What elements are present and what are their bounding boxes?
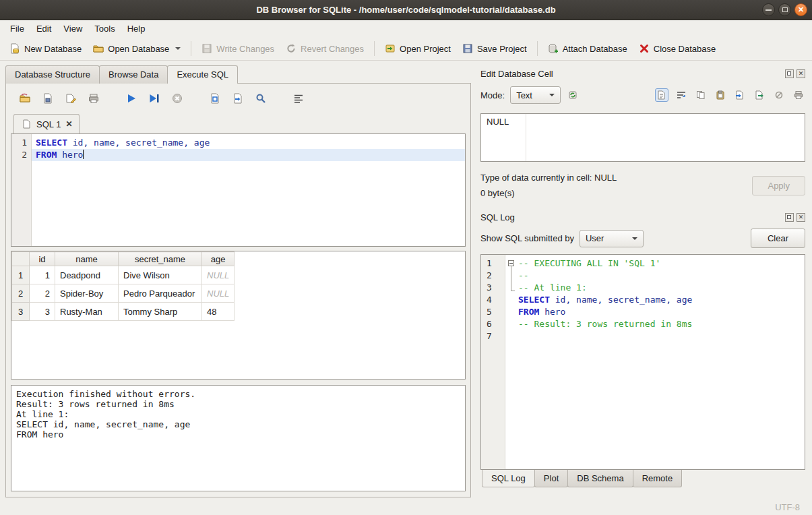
cell-secret-name[interactable]: Dive Wilson — [119, 266, 202, 284]
dock-tab-bar: SQL Log Plot DB Schema Remote — [480, 470, 805, 487]
print-sql-button[interactable] — [86, 91, 101, 106]
export-cell-data-icon[interactable] — [753, 88, 766, 102]
edit-cell-dock-controls: ✕ — [785, 69, 805, 78]
tab-database-structure[interactable]: Database Structure — [5, 65, 100, 84]
open-sql-file-button[interactable] — [18, 91, 32, 106]
set-null-icon[interactable] — [772, 88, 786, 102]
sql-log-title: SQL Log — [480, 212, 785, 222]
auto-switch-mode-button[interactable] — [566, 88, 580, 102]
cell-id[interactable]: 1 — [30, 266, 55, 284]
column-header-name[interactable]: name — [55, 252, 119, 266]
save-project-button[interactable]: Save Project — [457, 40, 532, 57]
column-header-secret-name[interactable]: secret_name — [119, 252, 202, 266]
column-header-id[interactable]: id — [30, 252, 55, 266]
sql-log-view[interactable]: 1 2 3 4 5 6 7 -- EXECUTING ALL IN 'SQL 1… — [480, 254, 805, 470]
cell-type-info: Type of data currently in cell: NULL — [480, 170, 752, 185]
cell-age[interactable]: NULL — [202, 266, 235, 284]
close-database-button[interactable]: Close Database — [633, 40, 722, 57]
minimize-button[interactable] — [762, 3, 775, 16]
menu-edit[interactable]: Edit — [30, 21, 57, 36]
fold-guide-elbow — [511, 291, 515, 291]
menu-file[interactable]: File — [4, 21, 30, 36]
text-mode-icon[interactable] — [655, 88, 668, 102]
open-database-button[interactable]: Open Database — [88, 40, 186, 57]
find-replace-button[interactable] — [253, 91, 268, 106]
execute-current-line-button[interactable] — [147, 91, 162, 106]
word-wrap-icon[interactable] — [675, 88, 688, 102]
close-database-label: Close Database — [654, 44, 716, 54]
dock-tab-sql-log[interactable]: SQL Log — [482, 470, 535, 487]
sql-editor-text[interactable]: SELECT id, name, secret_name, age FROM h… — [32, 134, 465, 246]
edit-cell-toolbar: Mode: Text — [480, 86, 805, 104]
attach-database-button[interactable]: Attach Database — [542, 40, 633, 57]
window-title: DB Browser for SQLite - /home/user/code/… — [0, 5, 812, 15]
copy-cell-icon[interactable] — [694, 88, 708, 102]
submitter-select[interactable]: User — [580, 230, 644, 247]
text-caret — [83, 150, 84, 159]
menu-view[interactable]: View — [57, 21, 88, 36]
fold-toggle-icon[interactable] — [508, 258, 518, 270]
float-glyph — [787, 215, 791, 219]
cell-name[interactable]: Deadpond — [55, 266, 119, 284]
encoding-indicator[interactable]: UTF-8 — [775, 502, 800, 512]
cell-name[interactable]: Spider-Boy — [55, 284, 119, 303]
mode-select[interactable]: Text — [510, 86, 561, 104]
tab-browse-data[interactable]: Browse Data — [99, 65, 168, 84]
close-dock-icon[interactable]: ✕ — [797, 213, 805, 222]
cell-id[interactable]: 2 — [30, 284, 55, 303]
new-sql-tab-button[interactable] — [208, 91, 222, 106]
sql-editor[interactable]: 1 2 SELECT id, name, secret_name, age FR… — [11, 133, 466, 247]
maximize-button[interactable] — [778, 3, 791, 16]
close-dock-icon[interactable]: ✕ — [797, 69, 805, 78]
save-sql-file-button[interactable] — [40, 91, 55, 106]
float-dock-icon[interactable] — [785, 213, 794, 222]
dock-tab-remote[interactable]: Remote — [633, 470, 683, 487]
row-number[interactable]: 1 — [12, 266, 30, 284]
menu-help[interactable]: Help — [121, 21, 152, 36]
cell-secret-name[interactable]: Tommy Sharp — [119, 303, 202, 321]
sql-tab-bar: SQL 1 ✕ — [11, 114, 466, 133]
cell-id[interactable]: 3 — [30, 303, 55, 321]
sql-tab-1[interactable]: SQL 1 ✕ — [13, 114, 80, 133]
cell-age[interactable]: NULL — [202, 284, 235, 303]
cell-secret-name[interactable]: Pedro Parqueador — [119, 284, 202, 303]
mode-value: Text — [516, 90, 532, 100]
line-number: 3 — [487, 282, 505, 294]
dock-tab-plot[interactable]: Plot — [534, 470, 568, 487]
execution-message-panel[interactable]: Execution finished without errors. Resul… — [11, 385, 466, 491]
main-content: Database Structure Browse Data Execute S… — [0, 61, 812, 497]
tab-execute-sql[interactable]: Execute SQL — [167, 65, 238, 84]
open-database-dropdown-icon[interactable] — [175, 47, 181, 50]
open-project-button[interactable]: Open Project — [379, 40, 456, 57]
cell-size-info: 0 byte(s) — [480, 185, 752, 201]
titlebar[interactable]: DB Browser for SQLite - /home/user/code/… — [0, 0, 812, 20]
sql-editor-line-1[interactable]: SELECT id, name, secret_name, age — [32, 137, 465, 149]
toolbar-separator — [537, 41, 538, 56]
float-dock-icon[interactable] — [785, 69, 794, 78]
import-cell-data-icon[interactable] — [733, 88, 747, 102]
format-sql-button[interactable] — [291, 91, 306, 106]
line-number: 5 — [487, 306, 505, 318]
sql-tab-close-icon[interactable]: ✕ — [65, 119, 72, 129]
line-number: 2 — [487, 270, 505, 282]
cell-age[interactable]: 48 — [202, 303, 235, 321]
open-sql-tab-button[interactable] — [230, 91, 245, 106]
menu-tools[interactable]: Tools — [88, 21, 121, 36]
row-number[interactable]: 3 — [12, 303, 30, 321]
new-database-button[interactable]: New Database — [4, 40, 87, 57]
cell-value-editor[interactable]: NULL — [480, 113, 805, 162]
dock-tab-db-schema[interactable]: DB Schema — [567, 470, 633, 487]
cell-name[interactable]: Rusty-Man — [55, 303, 119, 321]
clear-log-button[interactable]: Clear — [751, 229, 805, 248]
cell-value: NULL — [487, 117, 509, 127]
sql-editor-line-2[interactable]: FROM hero — [32, 149, 465, 161]
row-number[interactable]: 2 — [12, 284, 30, 303]
execute-all-button[interactable] — [124, 91, 139, 106]
print-cell-icon[interactable] — [792, 88, 805, 102]
paste-cell-icon[interactable] — [714, 88, 727, 102]
save-sql-file-as-button[interactable] — [63, 91, 78, 106]
edit-cell-header: Edit Database Cell ✕ — [480, 67, 805, 80]
column-header-age[interactable]: age — [202, 252, 235, 266]
close-window-button[interactable]: ✕ — [794, 3, 807, 16]
attach-database-icon — [548, 43, 559, 54]
